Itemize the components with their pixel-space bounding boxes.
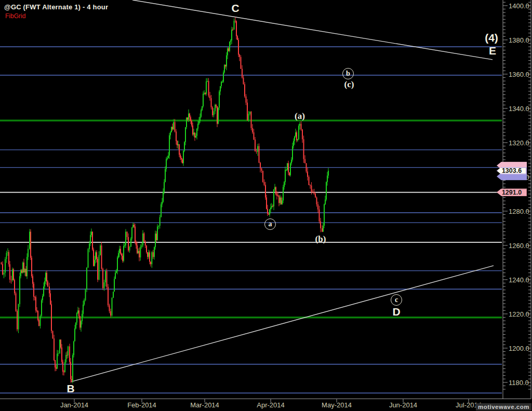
month-tick-label: Jun-2014	[389, 401, 417, 409]
chart-title: @GC (FWT Alternate 1) - 4 hour	[4, 3, 108, 11]
wave-label-4[interactable]: (4)	[485, 32, 498, 44]
price-tick-label: 1220.0	[509, 310, 529, 318]
price-tick-label: 1320.0	[509, 139, 529, 146]
price-tick-label: 1340.0	[509, 104, 529, 112]
month-tick-label: Jan-2014	[60, 401, 88, 409]
wave-label-b[interactable]: (b)	[315, 234, 326, 244]
month-tick-label: Mar-2014	[190, 401, 219, 409]
axis-rulers	[0, 0, 531, 403]
wave-label-b[interactable]: b	[342, 68, 354, 79]
price-tick-label: 1360.0	[509, 70, 529, 78]
trendlines[interactable]	[71, 0, 494, 382]
motivewave-watermark: motivewave.com	[476, 403, 531, 410]
month-tick-label: Feb-2014	[127, 401, 156, 409]
wave-label-E[interactable]: E	[489, 45, 496, 57]
price-tick-label: 1280.0	[509, 207, 529, 215]
wave-label-a[interactable]: a	[264, 218, 276, 230]
wave-label-c[interactable]: (c)	[344, 79, 354, 90]
fibgrid-indicator-label[interactable]: FibGrid	[5, 12, 25, 20]
wave-label-D[interactable]: D	[392, 306, 400, 318]
price-tick-label: 1240.0	[509, 276, 529, 283]
chart-window: @GC (FWT Alternate 1) - 4 hour FibGrid 1…	[0, 0, 532, 411]
wave-label-B[interactable]: B	[66, 382, 74, 395]
fib-level-price-tag: 1291.0	[497, 188, 527, 196]
price-tick-label: 1180.0	[509, 378, 529, 386]
wave-label-c[interactable]: c	[391, 294, 402, 306]
price-tick-label: 1400.0	[509, 2, 529, 9]
current-price-tag: 1303.6	[497, 167, 527, 175]
price-chart-canvas[interactable]	[0, 0, 532, 411]
price-tick-label: 1200.0	[509, 344, 529, 352]
wave-label-a[interactable]: (a)	[295, 111, 305, 121]
month-tick-label: May-2014	[322, 401, 352, 409]
price-tick-label: 1260.0	[509, 241, 529, 249]
candlesticks	[1, 17, 329, 383]
month-tick-label: Apr-2014	[257, 401, 284, 409]
price-tick-label: 1380.0	[509, 36, 529, 44]
wave-label-C[interactable]: C	[231, 2, 239, 15]
